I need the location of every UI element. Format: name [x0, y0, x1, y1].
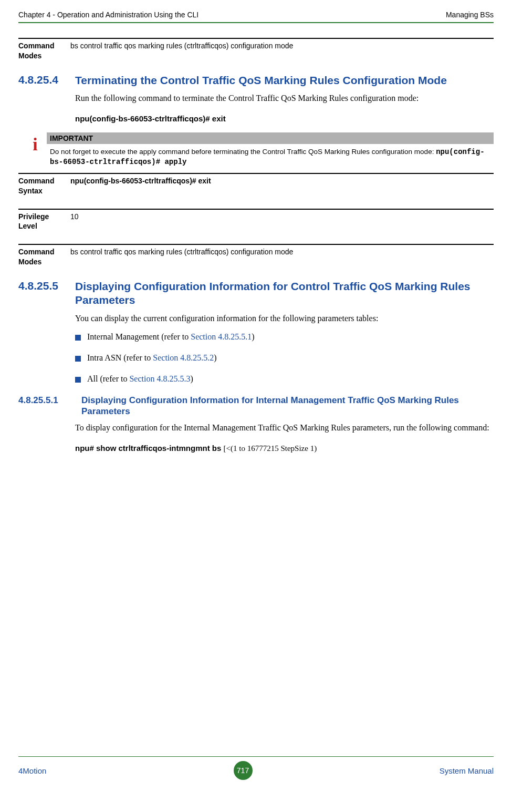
section-4-8-25-4-heading: 4.8.25.4 Terminating the Control Traffic…: [18, 74, 494, 87]
footer-left: 4Motion: [18, 766, 46, 775]
footer-right: System Manual: [440, 766, 494, 775]
privilege-level-label: Privilege Level: [18, 212, 68, 232]
section-4-8-25-4-body: Run the following command to terminate t…: [75, 91, 494, 105]
page-header: Chapter 4 - Operation and Administration…: [18, 11, 494, 23]
page-container: Chapter 4 - Operation and Administration…: [0, 0, 512, 788]
cmd-action: exit: [210, 114, 226, 123]
header-right: Managing BSs: [446, 11, 494, 19]
command-modes-value: bs control traffic qos marking rules (ct…: [68, 41, 494, 61]
section-number: 4.8.25.5: [18, 280, 75, 292]
section-4-8-25-5-heading: 4.8.25.5 Displaying Configuration Inform…: [18, 280, 494, 307]
section-number: 4.8.25.5.1: [18, 395, 81, 406]
section-title: Displaying Configuration Information for…: [81, 395, 494, 417]
section-4-8-25-5-1-command: npu# show ctrltrafficqos-intmngmnt bs [<…: [75, 442, 494, 455]
section-title: Displaying Configuration Information for…: [75, 280, 494, 307]
cmd-prefix: npu(config-bs-66053-ctrltrafficqos)#: [75, 114, 210, 123]
list-item-text: Intra ASN (refer to Section 4.8.25.5.2): [87, 353, 217, 363]
section-4-8-25-5-body: You can display the current configuratio…: [75, 312, 494, 325]
command-modes-value-bottom: bs control traffic qos marking rules (ct…: [68, 247, 494, 267]
command-syntax-row: Command Syntax npu(config-bs-66053-ctrlt…: [18, 173, 494, 196]
section-title-part1: Terminating the Control: [75, 74, 202, 86]
section-link[interactable]: Section 4.8.25.5.3: [129, 374, 190, 383]
list-text-pre: Intra ASN (refer to: [87, 353, 153, 362]
page-number: 717: [234, 761, 253, 780]
header-left: Chapter 4 - Operation and Administration…: [18, 11, 198, 19]
section-4-8-25-5-1-heading: 4.8.25.5.1 Displaying Configuration Info…: [18, 395, 494, 417]
command-syntax-value: npu(config-bs-66053-ctrltrafficqos)# exi…: [68, 176, 494, 196]
list-item: Intra ASN (refer to Section 4.8.25.5.2): [75, 353, 494, 363]
important-note: i IMPORTANT Do not forget to execute the…: [29, 132, 494, 168]
section-4-8-25-4-command: npu(config-bs-66053-ctrltrafficqos)# exi…: [75, 112, 494, 125]
privilege-level-value: 10: [68, 212, 494, 232]
command-modes-label: Command Modes: [18, 41, 68, 61]
command-syntax-label: Command Syntax: [18, 176, 68, 196]
important-body: Do not forget to execute the apply comma…: [47, 144, 494, 168]
privilege-level-row: Privilege Level 10: [18, 209, 494, 232]
section-4-8-25-5-1-body: To display configuration for the Interna…: [75, 421, 494, 435]
cmd-bold-part: npu# show ctrltrafficqos-intmngmnt bs: [75, 444, 224, 453]
list-item: All (refer to Section 4.8.25.5.3): [75, 374, 494, 384]
section-title: Terminating the Control Traffic QoS Mark…: [75, 74, 494, 87]
important-text: Do not forget to execute the apply comma…: [50, 148, 436, 156]
list-text-post: ): [252, 332, 254, 341]
section-number: 4.8.25.4: [18, 74, 75, 86]
square-bullet-icon: [75, 356, 81, 362]
section-title-part2: Traffic QoS Marking Rules Configuration …: [202, 74, 447, 86]
list-item-text: Internal Management (refer to Section 4.…: [87, 332, 255, 342]
section-link[interactable]: Section 4.8.25.5.2: [153, 353, 214, 362]
bullet-list: Internal Management (refer to Section 4.…: [75, 332, 494, 384]
square-bullet-icon: [75, 377, 81, 383]
list-text-pre: Internal Management (refer to: [87, 332, 191, 341]
command-modes-label-bottom: Command Modes: [18, 247, 68, 267]
list-item-text: All (refer to Section 4.8.25.5.3): [87, 374, 193, 384]
cmd-rest: [<(1 to 16777215 StepSize 1): [224, 444, 317, 453]
page-footer: 4Motion 717 System Manual: [18, 756, 494, 780]
list-item: Internal Management (refer to Section 4.…: [75, 332, 494, 342]
command-modes-row-bottom: Command Modes bs control traffic qos mar…: [18, 244, 494, 267]
square-bullet-icon: [75, 335, 81, 341]
list-text-post: ): [190, 374, 193, 383]
list-text-pre: All (refer to: [87, 374, 129, 383]
important-icon: i: [29, 132, 41, 153]
command-modes-row-top: Command Modes bs control traffic qos mar…: [18, 38, 494, 61]
section-link[interactable]: Section 4.8.25.5.1: [191, 332, 252, 341]
list-text-post: ): [214, 353, 216, 362]
important-label: IMPORTANT: [47, 132, 494, 144]
